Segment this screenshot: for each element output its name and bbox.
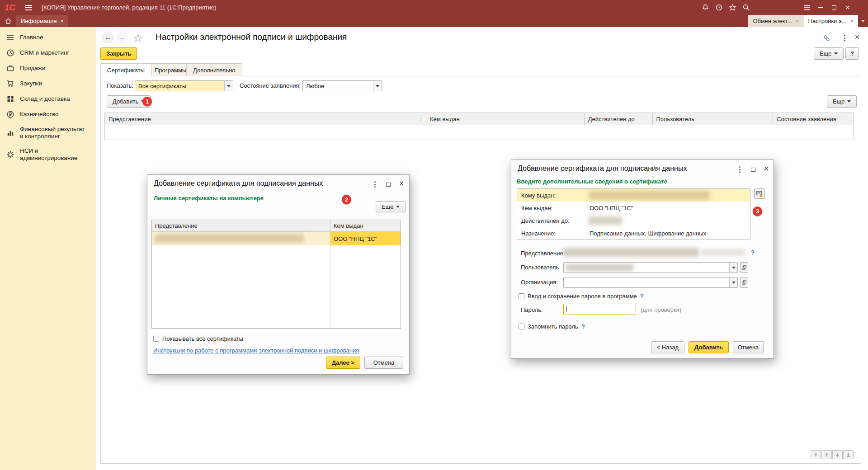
- show-filter-combo[interactable]: Все сертификаты: [135, 80, 233, 91]
- organization-open-button[interactable]: [740, 277, 748, 288]
- close-button[interactable]: Закрыть: [100, 47, 137, 60]
- column-predstavlenie[interactable]: Представление: [152, 220, 330, 231]
- redacted-text: [566, 264, 633, 271]
- chevron-down-icon: [847, 100, 851, 103]
- tab-sertifikaty[interactable]: Сертификаты: [100, 63, 151, 77]
- close-icon[interactable]: ×: [796, 18, 799, 24]
- tab-informaciya[interactable]: Информация ×: [16, 15, 68, 27]
- column-kem-vydan[interactable]: Кем выдан: [426, 113, 585, 125]
- minimize-icon: [818, 7, 823, 8]
- get-link-button[interactable]: [821, 33, 832, 43]
- main-section-icon: [6, 33, 14, 42]
- close-window-button[interactable]: ×: [841, 2, 854, 14]
- column-kem-vydan[interactable]: Кем выдан: [330, 220, 401, 231]
- titlebar-menu-button[interactable]: [800, 2, 814, 14]
- page-title: Настройки электронной подписи и шифрован…: [156, 32, 347, 42]
- link-icon: [822, 34, 831, 42]
- show-all-certificates-checkbox[interactable]: Показывать все сертификаты: [153, 335, 243, 342]
- go-up-button[interactable]: [821, 450, 832, 459]
- user-open-button[interactable]: [740, 262, 748, 273]
- close-icon[interactable]: ×: [61, 18, 64, 24]
- organization-label: Организация:: [521, 279, 558, 286]
- state-filter-label: Состояние заявления:: [240, 82, 301, 89]
- sidebar-item-sklad[interactable]: Склад и доставка: [0, 91, 96, 107]
- main-menu-button[interactable]: [22, 2, 35, 14]
- sidebar-item-prodazhi[interactable]: Продажи: [0, 61, 96, 76]
- close-icon: ×: [764, 164, 769, 173]
- column-deystvitelen-do[interactable]: Действителен до: [585, 113, 653, 125]
- column-polzovatel[interactable]: Пользователь: [653, 113, 774, 125]
- column-sostoyanie-zayavleniya[interactable]: Состояние заявления: [773, 113, 854, 125]
- sidebar-item-kaznacheystvo[interactable]: Казначейство: [0, 107, 96, 122]
- organization-field[interactable]: [563, 277, 738, 288]
- search-button[interactable]: [739, 2, 753, 14]
- back-button[interactable]: < Назад: [651, 341, 684, 353]
- dialog-maximize-button[interactable]: [383, 179, 393, 189]
- dialog-select-certificate: Добавление сертификата для подписания да…: [147, 174, 410, 375]
- notifications-button[interactable]: [698, 2, 712, 14]
- personal-certificates-table: Представление Кем выдан ООО "НПЦ "1С": [151, 220, 401, 329]
- user-label: Пользователь: [521, 264, 559, 271]
- list-more-button[interactable]: Еще: [827, 95, 857, 108]
- tab-dopolnitelno[interactable]: Дополнительно: [186, 63, 242, 76]
- sidebar-item-finrezultat[interactable]: Финансовый результат и контроллинг: [0, 122, 96, 144]
- tabs-dropdown-button[interactable]: [858, 15, 868, 27]
- user-field[interactable]: [563, 262, 738, 273]
- remember-password-help[interactable]: ?: [581, 323, 585, 330]
- favorites-button[interactable]: [726, 2, 739, 14]
- password-hint: (для проверки): [641, 306, 681, 313]
- favorite-toggle-button[interactable]: [133, 33, 143, 43]
- history-button[interactable]: [712, 2, 726, 14]
- certificate-row[interactable]: ООО "НПЦ "1С": [152, 232, 401, 245]
- minimize-button[interactable]: [814, 2, 827, 14]
- close-form-button[interactable]: ×: [852, 32, 863, 42]
- instructions-link[interactable]: Инструкции по работе с программами элект…: [153, 347, 359, 354]
- dialog-more-menu-button[interactable]: [735, 164, 745, 174]
- help-button[interactable]: ?: [845, 47, 859, 60]
- sidebar-item-glavnoe[interactable]: Главное: [0, 30, 96, 45]
- briefcase-icon: [6, 64, 14, 72]
- show-certificate-button[interactable]: [754, 188, 765, 199]
- form-more-menu-button[interactable]: [839, 33, 850, 43]
- home-tab-button[interactable]: [0, 15, 16, 27]
- issued-to-row[interactable]: Кому выдан:: [517, 189, 750, 202]
- dialog-maximize-button[interactable]: [748, 164, 758, 174]
- history-icon: [715, 4, 723, 11]
- sidebar-item-crm[interactable]: CRM и маркетинг: [0, 45, 96, 61]
- cancel-button[interactable]: Отмена: [733, 341, 764, 353]
- redacted-text: [701, 249, 745, 256]
- save-password-help[interactable]: ?: [640, 293, 644, 300]
- tab-nastroyki-ep[interactable]: Настройки э... ×: [804, 15, 858, 27]
- cancel-button[interactable]: Отмена: [364, 357, 403, 369]
- dialog-subtitle: Введите дополнительные сведения о сертиф…: [517, 178, 667, 185]
- presentation-label: Представление: [521, 250, 563, 257]
- go-last-button[interactable]: [843, 450, 854, 459]
- dialog-more-button[interactable]: Еще: [376, 201, 406, 212]
- certificate-info-box: Кому выдан: Кем выдан: ООО "НПЦ "1С" Дей…: [517, 188, 750, 240]
- dialog-close-button[interactable]: ×: [761, 164, 771, 174]
- sidebar-item-nsi-administrirovanie[interactable]: НСИ и администрирование: [0, 144, 96, 165]
- back-button[interactable]: ←: [102, 32, 114, 43]
- show-filter-label: Показать:: [107, 82, 133, 89]
- presentation-help[interactable]: ?: [751, 249, 755, 256]
- go-first-button[interactable]: [811, 450, 821, 459]
- more-button[interactable]: Еще: [814, 47, 844, 60]
- save-password-checkbox[interactable]: Ввод и сохранение пароля в программе ?: [519, 293, 644, 300]
- dialog-close-button[interactable]: ×: [396, 179, 406, 188]
- forward-button[interactable]: →: [116, 32, 128, 43]
- dialog-more-menu-button[interactable]: [370, 179, 380, 189]
- password-input[interactable]: [563, 304, 636, 315]
- go-down-button[interactable]: [832, 450, 843, 459]
- tab-obmen-elektronnymi-dokumentami[interactable]: Обмен элект... ×: [748, 15, 803, 27]
- state-filter-combo[interactable]: Любое: [302, 80, 382, 91]
- column-predstavlenie[interactable]: Представление ↓: [105, 113, 426, 125]
- add-certificate-button[interactable]: Добавить: [689, 341, 729, 353]
- remember-password-checkbox[interactable]: Запомнить пароль ?: [519, 323, 585, 330]
- close-icon[interactable]: ×: [850, 18, 854, 24]
- maximize-button[interactable]: [827, 2, 841, 14]
- chevron-down-icon: [396, 206, 400, 208]
- chevron-down-icon: [376, 85, 379, 87]
- certificate-icon: [756, 190, 763, 197]
- sidebar-item-zakupki[interactable]: Закупки: [0, 76, 96, 91]
- next-button[interactable]: Далее >: [326, 357, 360, 369]
